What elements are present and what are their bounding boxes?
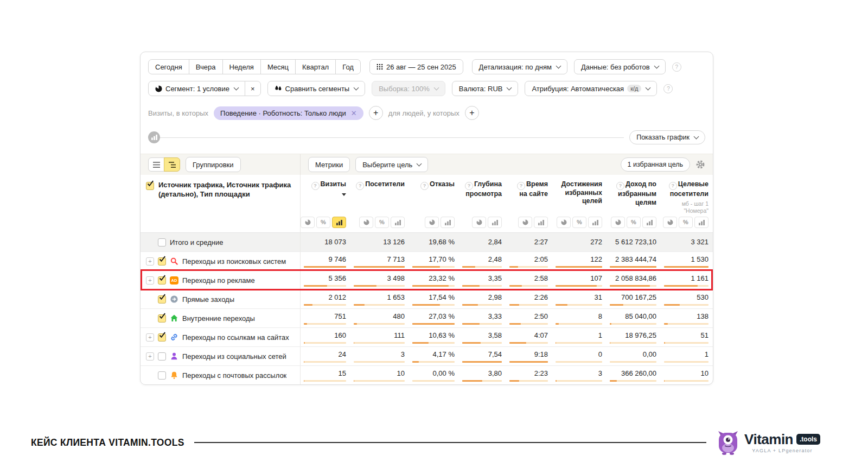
view-tree-button[interactable] [164, 157, 180, 172]
row-checkbox[interactable] [158, 333, 166, 342]
row-label[interactable]: Переходы из социальных сетей [182, 352, 286, 361]
pie-view-button[interactable] [557, 217, 571, 228]
column-header-3[interactable]: ?Отказы [409, 175, 459, 232]
help-icon[interactable]: ? [465, 182, 473, 190]
column-header-2[interactable]: ?Посетители% [350, 175, 409, 232]
row-label[interactable]: Переходы по рекламе [182, 276, 255, 285]
period-button-month[interactable]: Месяц [260, 59, 296, 74]
help-icon[interactable]: ? [669, 182, 677, 190]
add-visit-condition-button[interactable]: + [369, 106, 383, 120]
pie-view-button[interactable] [472, 217, 486, 228]
add-user-condition-button[interactable]: + [465, 106, 479, 120]
chart-divider-line [160, 137, 624, 138]
chart-slider-handle[interactable] [148, 131, 160, 143]
mini-bar [462, 361, 502, 363]
row-label[interactable]: Переходы из поисковых систем [182, 257, 286, 266]
row-label[interactable]: Прямые заходы [182, 295, 234, 304]
row-checkbox[interactable] [158, 295, 166, 304]
help-icon[interactable]: ? [420, 182, 429, 190]
column-header-8[interactable]: ?Целевые посетителимб - шаг 1 "Номера"% [661, 175, 713, 232]
pie-view-button[interactable] [359, 217, 373, 228]
expand-button[interactable]: + [146, 257, 154, 266]
bars-view-button[interactable] [488, 217, 502, 228]
choose-goal-dropdown[interactable]: Выберите цель [355, 157, 428, 172]
bars-view-button[interactable] [588, 217, 602, 228]
help-icon[interactable]: ? [672, 62, 681, 72]
row-checkbox[interactable] [158, 257, 166, 266]
metric-cell: 5 356 [301, 271, 350, 289]
pie-view-button[interactable] [425, 217, 439, 228]
favorite-goal-button[interactable]: 1 избранная цель [621, 157, 690, 172]
bars-view-button[interactable] [391, 217, 405, 228]
expand-button[interactable]: + [146, 276, 154, 285]
column-header-7[interactable]: ?Доход по избранным целям% [607, 175, 661, 232]
row-checkbox[interactable] [158, 314, 166, 323]
metric-cell: 3,58 [459, 328, 506, 346]
percent-view-button[interactable]: % [572, 217, 586, 228]
bars-view-button[interactable] [441, 217, 455, 228]
bars-view-button[interactable] [332, 217, 346, 228]
segment-chip[interactable]: Поведение · Роботность: Только люди ✕ [214, 106, 363, 120]
bars-view-button[interactable] [642, 217, 656, 228]
metrics-button[interactable]: Метрики [308, 157, 350, 172]
row-label[interactable]: Переходы по ссылкам на сайтах [182, 333, 289, 342]
column-header-5[interactable]: ?Время на сайте [506, 175, 552, 232]
help-icon[interactable]: ? [517, 182, 525, 190]
row-checkbox[interactable] [158, 238, 166, 247]
percent-view-button[interactable]: % [316, 217, 330, 228]
mini-bar [412, 361, 455, 363]
metric-cell: 9:18 [506, 347, 552, 365]
groupings-button[interactable]: Группировки [186, 157, 241, 172]
data-mode-dropdown[interactable]: Данные: без роботов [574, 59, 666, 74]
detalization-dropdown[interactable]: Детализация: по дням [472, 59, 567, 74]
mini-bar [304, 380, 346, 382]
metric-cell: 107 [552, 271, 607, 289]
row-label[interactable]: Итого и средние [170, 238, 223, 247]
chip-close-icon[interactable]: ✕ [351, 109, 357, 117]
help-icon[interactable]: ? [663, 84, 673, 93]
segment-clear-button[interactable]: × [245, 81, 261, 96]
pie-view-button[interactable] [301, 217, 315, 228]
mini-bar [304, 323, 346, 325]
mini-bar [556, 342, 602, 344]
settings-gear-icon[interactable] [695, 160, 705, 169]
column-header-1[interactable]: ?Визиты% [301, 175, 350, 232]
sampling-dropdown[interactable]: Выборка: 100% [372, 81, 445, 96]
period-button-year[interactable]: Год [335, 59, 361, 74]
mini-bar [412, 285, 455, 287]
compare-segments-dropdown[interactable]: Сравнить сегменты [267, 81, 366, 96]
percent-view-button[interactable]: % [375, 217, 389, 228]
currency-dropdown[interactable]: Валюта: RUB [452, 81, 519, 96]
period-button-week[interactable]: Неделя [222, 59, 261, 74]
expand-button[interactable]: + [146, 352, 154, 361]
period-button-quarter[interactable]: Квартал [295, 59, 336, 74]
pie-view-button[interactable] [611, 217, 625, 228]
help-icon[interactable]: ? [311, 182, 320, 190]
period-button-today[interactable]: Сегодня [148, 59, 189, 74]
attribution-dropdown[interactable]: Атрибуция: Автоматическая к/д [525, 81, 657, 96]
help-icon[interactable]: ? [616, 182, 624, 190]
row-checkbox[interactable] [158, 371, 166, 380]
row-checkbox[interactable] [158, 276, 166, 285]
column-header-4[interactable]: ?Глубина просмотра [459, 175, 506, 232]
pie-view-button[interactable] [518, 217, 532, 228]
column-header-6[interactable]: Достижения избранных целей% [552, 175, 607, 232]
help-icon[interactable]: ? [356, 182, 364, 190]
metric-cell: 2 012 [301, 290, 350, 308]
row-label[interactable]: Внутренние переходы [182, 314, 255, 323]
segment-dropdown[interactable]: Сегмент: 1 условие [148, 81, 245, 96]
mini-bar [610, 266, 656, 268]
percent-view-button[interactable]: % [627, 217, 641, 228]
row-checkbox[interactable] [158, 352, 166, 361]
select-all-checkbox[interactable] [146, 182, 154, 190]
row-label[interactable]: Переходы с почтовых рассылок [182, 371, 286, 380]
show-chart-button[interactable]: Показать график [629, 130, 705, 144]
period-button-yesterday[interactable]: Вчера [189, 59, 223, 74]
date-range-button[interactable]: 26 авг — 25 сен 2025 [369, 59, 463, 74]
expand-button[interactable]: + [146, 333, 154, 342]
pie-view-button[interactable] [663, 217, 677, 228]
view-list-button[interactable] [148, 157, 164, 172]
bars-view-button[interactable] [694, 217, 709, 228]
bars-view-button[interactable] [534, 217, 548, 228]
percent-view-button[interactable]: % [679, 217, 693, 228]
